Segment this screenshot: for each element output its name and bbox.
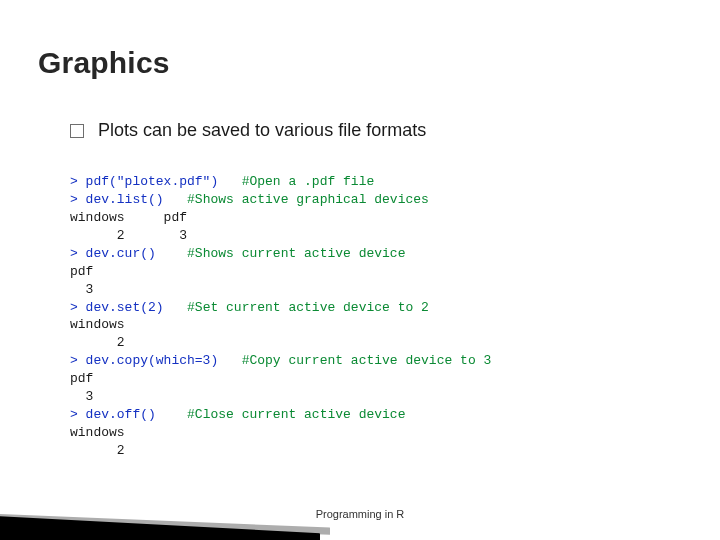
slide-root: Graphics Plots can be saved to various f… [0, 0, 720, 540]
code-comment: #Copy current active device to 3 [218, 353, 491, 368]
code-cmd: > dev.off() [70, 407, 156, 422]
code-block: > pdf("plotex.pdf") #Open a .pdf file > … [70, 155, 670, 478]
slide-body: Plots can be saved to various file forma… [70, 120, 670, 478]
code-comment: #Set current active device to 2 [164, 300, 429, 315]
code-output: 2 [70, 335, 125, 350]
code-output: pdf [70, 371, 93, 386]
code-output: pdf [70, 264, 93, 279]
code-cmd: > dev.copy(which=3) [70, 353, 218, 368]
code-comment: #Shows current active device [156, 246, 406, 261]
bullet-text: Plots can be saved to various file forma… [98, 120, 426, 141]
slide-footer: Programming in R [0, 508, 720, 520]
code-output: 2 3 [70, 228, 187, 243]
code-cmd: > dev.set(2) [70, 300, 164, 315]
code-comment: #Shows active graphical devices [164, 192, 429, 207]
code-cmd: > dev.list() [70, 192, 164, 207]
code-cmd: > dev.cur() [70, 246, 156, 261]
code-cmd: > pdf("plotex.pdf") [70, 174, 218, 189]
code-comment: #Close current active device [156, 407, 406, 422]
code-output: windows pdf [70, 210, 187, 225]
code-output: windows [70, 317, 125, 332]
code-output: 3 [70, 389, 93, 404]
bullet-item: Plots can be saved to various file forma… [70, 120, 670, 141]
code-output: 3 [70, 282, 93, 297]
code-comment: #Open a .pdf file [218, 174, 374, 189]
code-output: 2 [70, 443, 125, 458]
bullet-marker [70, 124, 84, 138]
code-output: windows [70, 425, 125, 440]
slide-title: Graphics [38, 46, 170, 80]
